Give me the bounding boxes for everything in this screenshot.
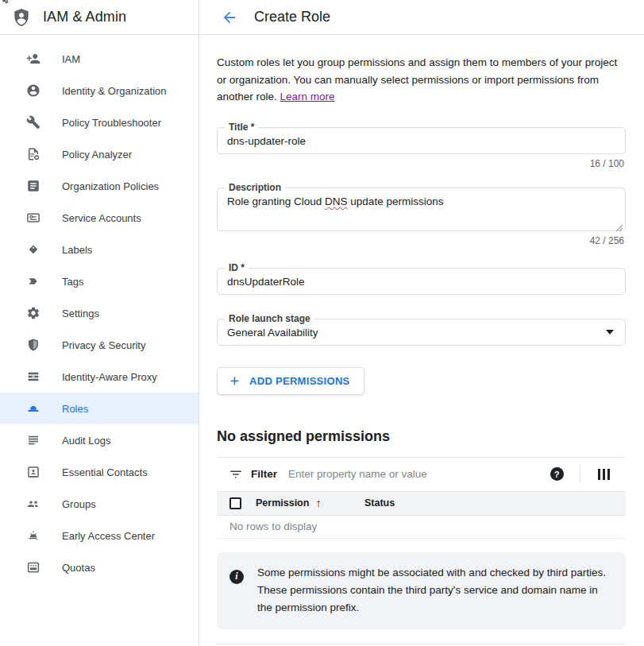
help-icon[interactable]: ? <box>550 467 564 481</box>
sidebar-item-label: Tags <box>62 276 83 288</box>
quotas-icon <box>25 559 41 575</box>
sidebar-header: IAM & Admin <box>0 0 199 35</box>
page-header: Create Role <box>199 0 644 35</box>
info-text: Some permissions might be associated wit… <box>257 564 607 617</box>
sidebar-item-label: Quotas <box>62 562 95 574</box>
gear-icon <box>25 305 41 321</box>
title-input[interactable] <box>218 128 625 153</box>
dropdown-caret-icon <box>606 330 614 335</box>
contact-card-icon <box>25 464 41 480</box>
sidebar-item-groups[interactable]: Groups <box>0 488 199 520</box>
person-add-icon <box>25 51 41 67</box>
sidebar-item-policy-troubleshooter[interactable]: Policy Troubleshooter <box>0 106 199 138</box>
filter-label[interactable]: Filter <box>251 468 277 480</box>
sidebar-item-label: Identity & Organization <box>62 85 167 97</box>
sidebar-item-tags[interactable]: Tags <box>0 265 199 297</box>
audit-lines-icon <box>25 432 41 448</box>
footer-divider <box>217 644 626 644</box>
sidebar-item-label: Policy Troubleshooter <box>62 117 161 129</box>
info-icon: i <box>229 570 244 584</box>
article-icon <box>25 178 41 194</box>
sidebar-item-label: Privacy & Security <box>62 339 145 351</box>
sidebar-item-label: Service Accounts <box>62 212 141 224</box>
sidebar-item-label: Essential Contacts <box>62 466 148 478</box>
account-circle-icon <box>25 83 41 99</box>
policy-analyzer-icon <box>25 146 41 162</box>
permission-column-label: Permission <box>256 497 309 509</box>
launch-stage-label: Role launch stage <box>225 313 314 324</box>
intro-paragraph: Custom roles let you group permissions a… <box>217 56 617 103</box>
title-field-label: Title * <box>225 122 258 133</box>
iam-create-role-page: IAM & Admin IAM Identity & Organization … <box>0 0 644 646</box>
iap-layers-icon <box>25 369 41 385</box>
plus-icon <box>228 374 241 388</box>
permissions-table-header: Permission ↑ Status <box>217 491 626 516</box>
assigned-permissions-heading: No assigned permissions <box>217 428 626 445</box>
filter-bar: Filter ? <box>217 457 626 491</box>
select-all-checkbox[interactable] <box>229 497 241 509</box>
sidebar-item-service-accounts[interactable]: Service Accounts <box>0 202 199 234</box>
add-permissions-label: ADD PERMISSIONS <box>249 375 350 387</box>
sort-ascending-icon: ↑ <box>315 497 321 509</box>
shield-icon <box>25 337 41 353</box>
column-settings-icon[interactable] <box>598 469 611 480</box>
filter-input[interactable] <box>288 468 543 480</box>
iam-admin-logo-icon <box>11 7 32 28</box>
sidebar-item-privacy-security[interactable]: Privacy & Security <box>0 329 199 361</box>
roles-hat-icon <box>25 400 41 416</box>
app-title: IAM & Admin <box>43 9 126 25</box>
id-field-label: ID * <box>225 262 249 273</box>
description-text: Role granting Cloud <box>227 195 325 207</box>
description-field-label: Description <box>225 182 285 193</box>
sidebar-item-label: Groups <box>62 498 96 510</box>
sidebar-item-label: Settings <box>62 308 99 319</box>
learn-more-link[interactable]: Learn more <box>280 91 335 103</box>
empty-table-message: No rows to display <box>217 516 626 539</box>
id-field: ID * <box>217 268 626 295</box>
sidebar-item-identity-organization[interactable]: Identity & Organization <box>0 75 199 106</box>
add-permissions-button[interactable]: ADD PERMISSIONS <box>217 367 364 395</box>
description-char-counter: 42 / 256 <box>217 235 624 246</box>
title-field: Title * <box>217 127 626 154</box>
sidebar-item-label: Roles <box>62 403 88 415</box>
sidebar-item-audit-logs[interactable]: Audit Logs <box>0 424 199 456</box>
intro-text: Custom roles let you group permissions a… <box>217 54 626 106</box>
toolbar-divider <box>580 465 580 484</box>
role-launch-stage-select[interactable]: Role launch stage General Availability <box>217 319 626 346</box>
sidebar-nav: IAM Identity & Organization Policy Troub… <box>0 35 199 583</box>
description-text: update permissions <box>348 195 444 207</box>
groups-icon <box>25 496 41 512</box>
sidebar-item-iam[interactable]: IAM <box>0 43 199 75</box>
sidebar-item-early-access-center[interactable]: Early Access Center <box>0 520 199 551</box>
sidebar-item-label: Early Access Center <box>62 530 155 542</box>
sidebar: IAM & Admin IAM Identity & Organization … <box>0 0 199 646</box>
back-arrow-icon[interactable] <box>221 9 238 26</box>
wrench-icon <box>25 114 41 130</box>
key-card-icon <box>25 210 41 226</box>
description-field: Description Role granting Cloud DNS upda… <box>217 188 626 231</box>
sidebar-item-quotas[interactable]: Quotas <box>0 551 199 583</box>
sidebar-item-policy-analyzer[interactable]: Policy Analyzer <box>0 138 199 170</box>
description-misspelled-text: DNS <box>325 195 348 207</box>
early-access-icon <box>25 528 41 543</box>
textarea-resize-handle-icon[interactable] <box>615 221 623 229</box>
third-party-info-box: i Some permissions might be associated w… <box>217 552 626 629</box>
sidebar-item-identity-aware-proxy[interactable]: Identity-Aware Proxy <box>0 361 199 393</box>
description-input[interactable]: Role granting Cloud DNS update permissio… <box>218 188 625 230</box>
sidebar-item-label: Identity-Aware Proxy <box>62 371 157 383</box>
sidebar-item-settings[interactable]: Settings <box>0 297 199 329</box>
id-input[interactable] <box>218 269 625 294</box>
permission-column-header[interactable]: Permission ↑ <box>256 497 364 509</box>
sidebar-item-label: Labels <box>62 244 92 256</box>
status-column-header[interactable]: Status <box>364 497 395 509</box>
sidebar-item-labels[interactable]: Labels <box>0 234 199 265</box>
sidebar-item-label: Policy Analyzer <box>62 149 132 161</box>
sidebar-item-essential-contacts[interactable]: Essential Contacts <box>0 456 199 488</box>
title-char-counter: 16 / 100 <box>217 158 624 169</box>
sidebar-item-organization-policies[interactable]: Organization Policies <box>0 170 199 202</box>
sidebar-item-label: Audit Logs <box>62 435 110 447</box>
sidebar-item-roles[interactable]: Roles <box>0 393 199 424</box>
tag-arrow-icon <box>25 273 41 289</box>
label-tag-icon <box>25 242 41 257</box>
page-title: Create Role <box>254 9 330 25</box>
